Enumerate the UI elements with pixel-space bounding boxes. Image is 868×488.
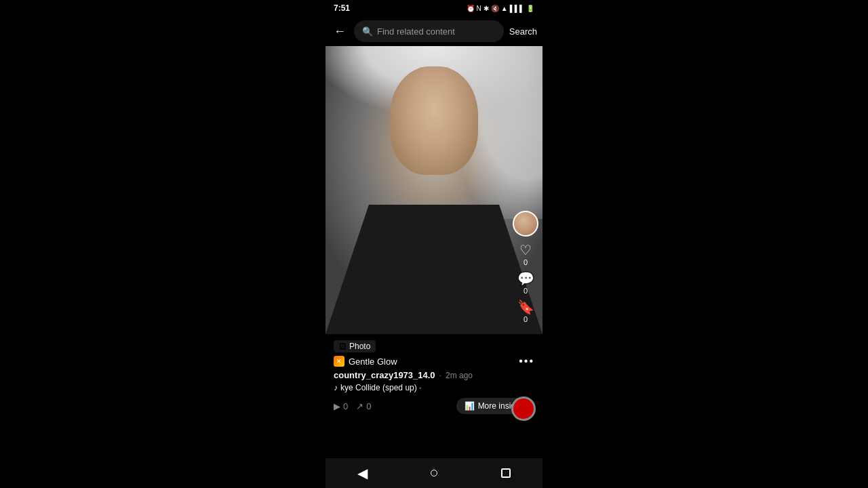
record-inner <box>519 404 528 413</box>
search-input[interactable]: Find related content <box>377 26 496 37</box>
alarm-icon: ⏰ <box>467 5 475 12</box>
record-button[interactable] <box>511 396 536 421</box>
nav-bar: ◀ <box>326 458 542 488</box>
bookmark-icon: 🔖 <box>517 300 534 314</box>
status-icons: ⏰ N ✱ 🔇 ▲ ▌▌▌ 🔋 <box>467 5 534 12</box>
comment-icon: 💬 <box>517 272 534 285</box>
comment-action[interactable]: 💬 0 <box>517 272 534 295</box>
photo-icon: 🖼 <box>339 342 347 350</box>
share-count: 0 <box>366 401 371 411</box>
mute-icon: 🔇 <box>491 5 499 12</box>
time-ago: · <box>439 371 441 380</box>
heart-icon: ♡ <box>519 243 532 257</box>
nav-square-button[interactable] <box>501 468 511 478</box>
search-icon: 🔍 <box>362 26 373 37</box>
channel-row: ✕ Gentle Glow ••• <box>334 355 534 367</box>
username[interactable]: country_crazy1973_14.0 <box>334 370 435 380</box>
play-count-item: ▶ 0 <box>334 401 348 411</box>
insights-icon: 📊 <box>465 401 475 411</box>
photo-frame: ♡ 0 💬 0 🔖 0 <box>326 46 542 334</box>
like-count: 0 <box>524 258 528 266</box>
sidebar-actions: ♡ 0 💬 0 🔖 0 <box>509 46 542 334</box>
comment-count: 0 <box>524 287 528 295</box>
wifi-icon: ▲ <box>501 5 508 12</box>
status-time: 7:51 <box>334 3 350 13</box>
more-options-button[interactable]: ••• <box>519 355 534 367</box>
nav-square-icon <box>501 468 511 478</box>
avatar[interactable] <box>513 211 538 237</box>
nav-home-button[interactable] <box>431 470 437 476</box>
back-button[interactable]: ← <box>331 22 349 41</box>
like-action[interactable]: ♡ 0 <box>519 243 532 266</box>
signal-icon: ▌▌▌ <box>510 5 524 12</box>
music-info: kye Collide (sped up) · <box>340 383 421 392</box>
battery-icon: 🔋 <box>526 5 534 12</box>
save-count: 0 <box>524 315 528 323</box>
post-time: 2m ago <box>446 371 473 380</box>
nav-home-icon <box>431 470 437 476</box>
search-button[interactable]: Search <box>509 26 537 37</box>
engagement-row: ▶ 0 ↗ 0 📊 More insights <box>334 398 534 414</box>
face-area <box>390 66 478 175</box>
bluetooth-icon: ✱ <box>484 5 489 12</box>
save-action[interactable]: 🔖 0 <box>517 300 534 323</box>
music-row: ♪ kye Collide (sped up) · <box>334 383 534 392</box>
phone-frame: 7:51 ⏰ N ✱ 🔇 ▲ ▌▌▌ 🔋 ← 🔍 Find related co… <box>326 0 542 488</box>
bottom-info: 🖼 Photo ✕ Gentle Glow ••• country_crazy1… <box>326 334 542 417</box>
nav-back-button[interactable]: ◀ <box>357 465 368 481</box>
username-row: country_crazy1973_14.0 · 2m ago <box>334 370 534 380</box>
nfc-icon: N <box>477 5 481 12</box>
status-bar: 7:51 ⏰ N ✱ 🔇 ▲ ▌▌▌ 🔋 <box>326 0 542 16</box>
photo-label-text: Photo <box>349 342 370 351</box>
search-bar: ← 🔍 Find related content Search <box>326 16 542 46</box>
channel-icon: ✕ <box>334 356 344 367</box>
photo-type-label: 🖼 Photo <box>334 340 376 352</box>
music-note-icon: ♪ <box>334 383 338 392</box>
share-count-item: ↗ 0 <box>356 401 371 411</box>
search-input-wrap[interactable]: 🔍 Find related content <box>354 20 504 42</box>
play-icon: ▶ <box>334 401 340 411</box>
content-area: ♡ 0 💬 0 🔖 0 🖼 <box>326 46 542 458</box>
channel-name[interactable]: Gentle Glow <box>349 357 397 367</box>
play-count: 0 <box>343 401 348 411</box>
share-icon: ↗ <box>356 401 363 411</box>
